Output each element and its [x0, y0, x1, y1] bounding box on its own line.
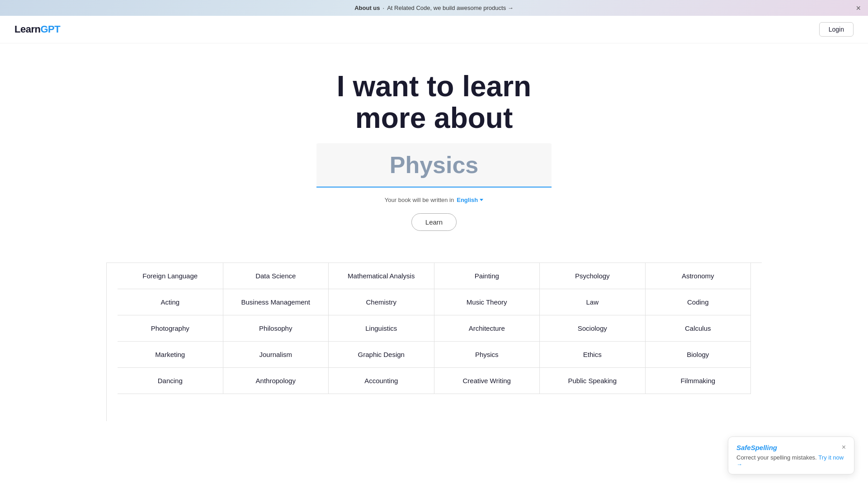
close-banner-button[interactable]: ×	[856, 4, 861, 12]
safe-spelling-header: SafeSpelling ×	[736, 443, 846, 451]
hero-section: I want to learn more about Your book wil…	[0, 43, 868, 263]
topic-cell[interactable]: Business Management	[223, 289, 329, 315]
topic-cell[interactable]: Acting	[118, 289, 223, 315]
topic-cell[interactable]: Music Theory	[434, 289, 540, 315]
topic-cell[interactable]: Painting	[434, 263, 540, 289]
topic-cell[interactable]: Dancing	[118, 368, 223, 394]
hero-line1: I want to learn	[337, 70, 531, 103]
topic-cell[interactable]: Graphic Design	[329, 342, 434, 368]
topic-input[interactable]	[316, 143, 552, 188]
login-button[interactable]: Login	[819, 22, 854, 37]
language-row: Your book will be written in English	[9, 197, 859, 203]
hero-line2: more about	[355, 102, 513, 134]
logo-learn: Learn	[14, 23, 40, 35]
topic-cell[interactable]: Linguistics	[329, 315, 434, 342]
topic-cell[interactable]: Biology	[646, 342, 751, 368]
topic-cell[interactable]: Psychology	[540, 263, 646, 289]
topics-grid: Foreign LanguageData ScienceMathematical…	[106, 263, 762, 421]
navbar: LearnGPT Login	[0, 16, 868, 43]
banner-about: About us	[354, 5, 380, 11]
topic-cell[interactable]: Mathematical Analysis	[329, 263, 434, 289]
chevron-down-icon	[480, 199, 483, 201]
topic-cell[interactable]: Philosophy	[223, 315, 329, 342]
topic-cell[interactable]: Accounting	[329, 368, 434, 394]
banner-separator: ·	[383, 5, 385, 11]
search-container	[316, 143, 552, 188]
safe-spelling-popup: SafeSpelling × Correct your spelling mis…	[728, 436, 854, 474]
topic-cell[interactable]: Marketing	[118, 342, 223, 368]
topic-cell[interactable]: Creative Writing	[434, 368, 540, 394]
hero-heading: I want to learn more about	[9, 70, 859, 134]
topic-cell[interactable]: Chemistry	[329, 289, 434, 315]
topic-cell[interactable]: Astronomy	[646, 263, 751, 289]
topic-cell[interactable]: Ethics	[540, 342, 646, 368]
topic-cell[interactable]: Public Speaking	[540, 368, 646, 394]
banner-message: At Related Code, we build awesome produc…	[387, 5, 514, 11]
topic-cell[interactable]: Physics	[434, 342, 540, 368]
language-selector[interactable]: English	[457, 197, 483, 203]
topic-cell[interactable]: Law	[540, 289, 646, 315]
learn-button[interactable]: Learn	[411, 213, 457, 231]
topic-cell[interactable]: Journalism	[223, 342, 329, 368]
topic-cell[interactable]: Foreign Language	[118, 263, 223, 289]
topic-cell[interactable]: Calculus	[646, 315, 751, 342]
topic-cell[interactable]: Architecture	[434, 315, 540, 342]
topic-cell[interactable]: Anthropology	[223, 368, 329, 394]
logo[interactable]: LearnGPT	[14, 23, 60, 35]
close-spelling-button[interactable]: ×	[842, 443, 846, 451]
topic-cell[interactable]: Filmmaking	[646, 368, 751, 394]
safe-spelling-text: Correct your spelling mistakes. Try it n…	[736, 454, 846, 468]
topic-cell[interactable]: Sociology	[540, 315, 646, 342]
spelling-logo-gpt: Spelling	[751, 444, 777, 451]
topic-cell[interactable]: Coding	[646, 289, 751, 315]
safe-spelling-logo: SafeSpelling	[736, 444, 777, 451]
language-prefix: Your book will be written in	[385, 197, 454, 203]
language-value: English	[457, 197, 478, 203]
topic-cell[interactable]: Photography	[118, 315, 223, 342]
top-banner: About us · At Related Code, we build awe…	[0, 0, 868, 16]
spelling-message: Correct your spelling mistakes.	[736, 454, 817, 461]
topic-cell[interactable]: Data Science	[223, 263, 329, 289]
logo-gpt: GPT	[40, 23, 60, 35]
spelling-logo-safe: Safe	[736, 444, 751, 451]
